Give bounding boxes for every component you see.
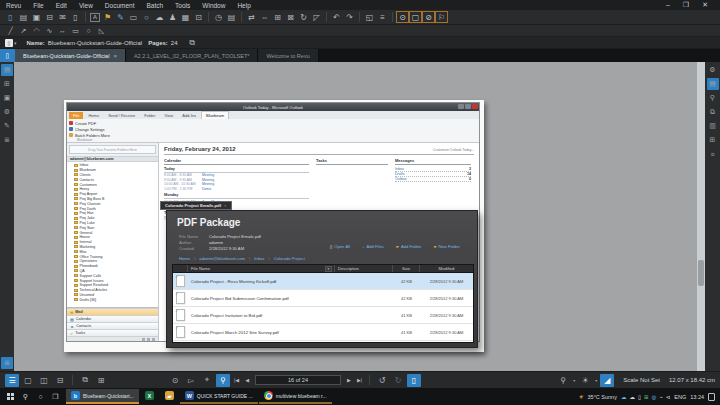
cloud-tool-icon[interactable]: ☁ [153,11,166,23]
insert-pages-icon[interactable]: ⧉ [78,374,92,387]
copy-page-icon[interactable]: ⧉ [186,37,199,49]
minimize-button[interactable]: – [666,0,670,10]
zoom-menu-icon[interactable]: ⚲ [556,374,570,387]
bookmarks-panel-icon[interactable]: ⊞ [1,78,13,90]
app-excel[interactable]: X [140,389,159,404]
package-action-add-files[interactable]: +Add Files [362,244,384,249]
language-indicator[interactable]: ENG [674,394,686,400]
zoom-tool-icon[interactable]: ⚲ [216,374,230,387]
tab-document-2[interactable]: Welcome to Revu [258,49,318,62]
callout-tool-icon[interactable]: ▭ [127,11,140,23]
scale-status[interactable]: Scale Not Set [623,377,660,383]
menu-window[interactable]: Window [196,2,231,9]
thumbnails-panel-icon[interactable]: ▣ [1,92,13,104]
polyline-tool-icon[interactable]: ∿ [43,26,56,36]
package-action-add-folder[interactable]: ▰Add Folder [396,244,422,249]
page-indicator[interactable]: 16 of 24 [255,375,341,385]
snapshot-status-icon[interactable]: ⌖ [200,374,214,387]
menu-view[interactable]: View [73,2,99,9]
undo-icon[interactable]: ↶ [330,11,343,23]
tray-onedrive-icon[interactable]: ☁ [621,394,627,400]
studio-panel-icon[interactable]: ⚙ [707,64,719,76]
tool-chest-panel-icon[interactable]: ⚙ [1,106,13,118]
layers-panel-icon[interactable]: ≣ [1,134,13,146]
new-document-icon[interactable]: ▯ [4,11,17,23]
search-panel-icon[interactable]: ⚲ [707,92,719,104]
document-icon[interactable]: ▯ [0,49,15,62]
polygon-tool-icon[interactable]: ◺ [95,26,108,36]
tray-network-icon[interactable]: ⌁ [659,394,662,400]
email-icon[interactable]: ✉ [56,11,69,23]
previous-page-icon[interactable]: ◀ [243,377,251,383]
menu-help[interactable]: Help [231,2,256,9]
notification-icon[interactable] [708,393,715,401]
measure-status-icon[interactable]: ◢ [600,374,614,387]
document-page-icon[interactable]: ▯ [5,39,13,47]
tab-document-0[interactable]: Bluebeam-Quickstart-Guide-Official× [15,49,126,62]
flatten-icon[interactable]: ◱ [363,11,376,23]
properties-toggle-icon[interactable]: ▤ [225,11,238,23]
measure-icon[interactable]: ⚐ [435,11,448,23]
ellipse-tool-icon[interactable]: ○ [140,11,153,23]
next-page-icon[interactable]: ▶ [345,377,353,383]
dimension-tool-icon[interactable]: ↔ [56,26,69,36]
zoom-region-icon[interactable]: ⊠ [284,11,297,23]
file-access-panel-icon[interactable]: ▤ [1,64,13,76]
tray-volume-icon[interactable]: ⊲ [666,394,671,400]
rotate-cw-icon[interactable]: ↻ [391,374,405,387]
app-explorer[interactable]: ▰ [160,389,179,404]
properties-panel-icon[interactable]: ▤ [707,78,719,90]
fit-width-icon[interactable]: ⇔ [258,11,271,23]
select-rectangle-icon[interactable]: ▢ [409,11,422,23]
table-row[interactable]: ✓Colorado Project Invitation to Bid.pdf4… [173,307,473,324]
first-page-icon[interactable]: |◀ [232,377,241,383]
close-file-icon[interactable]: ▯ [69,11,82,23]
tray-app-icon[interactable]: ◍ [652,394,657,400]
split-horizontal-view-icon[interactable]: ⊟ [53,374,67,387]
spaces-panel-icon[interactable]: ▥ [707,120,719,132]
page-setup-icon[interactable]: ▯ [407,374,421,387]
package-action-new-folder[interactable]: ▰New Folder [433,244,460,249]
menu-revu[interactable]: Revu [0,2,27,9]
pen-tool-icon[interactable]: ✎ [114,11,127,23]
zoom-chevron-icon[interactable]: ▾ [573,378,575,383]
package-action-open-all[interactable]: ▯Open All [330,244,350,249]
links-panel-icon[interactable]: ⧉ [707,106,719,118]
markups-list-toggle-icon[interactable]: ≣ [1,357,13,369]
last-page-icon[interactable]: ▶| [355,377,364,383]
pan-tool-icon[interactable]: ⊙ [168,374,182,387]
open-file-icon[interactable]: ▤ [17,11,30,23]
start-button[interactable] [3,389,18,404]
scrollbar-thumb[interactable] [698,260,704,286]
cortana-icon[interactable]: ○ [33,389,48,404]
snapshot-icon[interactable]: ⊙ [396,11,409,23]
tab-close-icon[interactable]: × [113,53,117,59]
arrow-tool-icon[interactable]: ↗ [17,26,30,36]
app-word[interactable]: WQUICK START GUIDE ... [180,389,258,404]
image-tool-icon[interactable]: ▦ [179,11,192,23]
tab-document-1[interactable]: A2.2.1_LEVEL_02_FLOOR_PLAN_TOOLSET* [126,49,258,62]
header-description[interactable]: Description [335,265,393,272]
package-tab-close-icon[interactable]: × [224,203,226,208]
close-button[interactable]: ✕ [702,0,708,10]
flag-markup-icon[interactable]: ⚑ [101,11,114,23]
recent-tools-icon[interactable]: ◷ [212,11,225,23]
breadcrumb-item[interactable]: Colorado Project [274,256,305,261]
vertical-scrollbar[interactable] [697,62,705,371]
maximize-button[interactable]: ❐ [683,0,689,10]
brightness-chevron-icon[interactable]: ▾ [595,378,597,383]
weather-icon[interactable]: ☀ [578,393,583,400]
tray-cloud-icon[interactable]: ☁ [629,394,635,400]
crop-tool-icon[interactable]: ⊡ [192,11,205,23]
app-bluebeam[interactable]: bBluebeam-Quickstart... [66,389,139,404]
table-row[interactable]: ✓Colorado Project - Revu Meeting Kickoff… [173,273,473,290]
redo-icon[interactable]: ↷ [343,11,356,23]
save-file-icon[interactable]: ▣ [30,11,43,23]
breadcrumb-item[interactable]: adamm@bluebeam.com [199,256,245,261]
markups-list-icon[interactable]: ☰ [5,374,19,387]
arc-tool-icon[interactable]: ◠ [30,26,43,36]
side-by-side-view-icon[interactable]: ◫ [37,374,51,387]
measurements-panel-icon[interactable]: ⊞ [707,134,719,146]
tray-teams-icon[interactable]: ⊞ [644,394,649,400]
table-row[interactable]: ✓Colorado Project Bid Submission Confirm… [173,290,473,307]
